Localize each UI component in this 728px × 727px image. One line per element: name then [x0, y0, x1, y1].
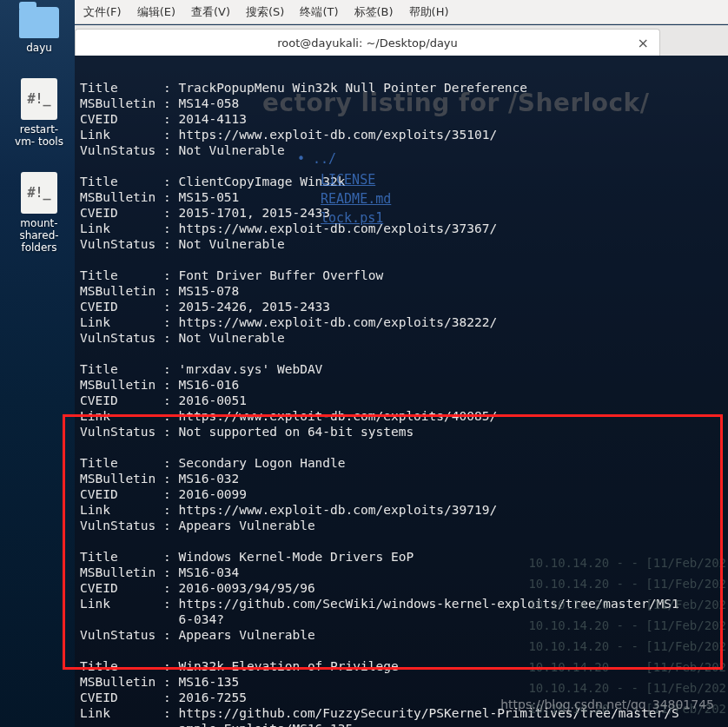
menu-search[interactable]: 搜索(S): [246, 4, 284, 20]
terminal-tab[interactable]: root@dayukali: ~/Desktop/dayu ×: [75, 29, 660, 56]
folder-icon: [19, 7, 59, 38]
script-file-icon: #!_: [21, 78, 57, 120]
desktop-icon-dayu[interactable]: dayu: [19, 0, 59, 54]
ghost-readme-link: README.md: [321, 191, 391, 207]
menu-help[interactable]: 帮助(H): [409, 4, 449, 20]
script-file-icon: #!_: [21, 172, 57, 214]
menu-tabs[interactable]: 标签(B): [354, 4, 394, 20]
terminal-output[interactable]: Title : TrackPopupMenu Win32k Null Point…: [75, 56, 728, 727]
ghost-directory-heading: ectory listing for /Sherlock/: [262, 96, 649, 111]
watermark-text: https://blog.csdn.net/qq_34801745: [500, 697, 714, 711]
menu-view[interactable]: 查看(V): [191, 4, 230, 20]
ghost-license-link: LICENSE: [321, 172, 375, 188]
icon-label: restart-vm- tools: [13, 123, 65, 148]
desktop-icon-mount-shared-folders[interactable]: #!_ mount- shared- folders: [13, 165, 65, 254]
icon-label: mount- shared- folders: [13, 217, 65, 254]
menu-file[interactable]: 文件(F): [83, 4, 122, 20]
terminal-menubar: 文件(F) 编辑(E) 查看(V) 搜索(S) 终端(T) 标签(B) 帮助(H…: [75, 0, 728, 24]
menu-terminal[interactable]: 终端(T): [300, 4, 338, 20]
terminal-tabstrip: root@dayukali: ~/Desktop/dayu ×: [75, 25, 728, 56]
ghost-sherlock-link: lock.ps1: [321, 210, 383, 226]
tab-title: root@dayukali: ~/Desktop/dayu: [277, 36, 458, 50]
desktop-icon-restart-vm-tools[interactable]: #!_ restart-vm- tools: [13, 71, 65, 148]
background-server-log: 10.10.14.20 - - [11/Feb/202 10.10.14.20 …: [528, 552, 726, 719]
icon-label: dayu: [19, 42, 59, 54]
ghost-parent-link: • ../: [297, 151, 336, 167]
desktop-icons: dayu #!_ restart-vm- tools #!_ mount- sh…: [13, 0, 65, 271]
close-icon[interactable]: ×: [638, 35, 649, 51]
menu-edit[interactable]: 编辑(E): [137, 4, 175, 20]
